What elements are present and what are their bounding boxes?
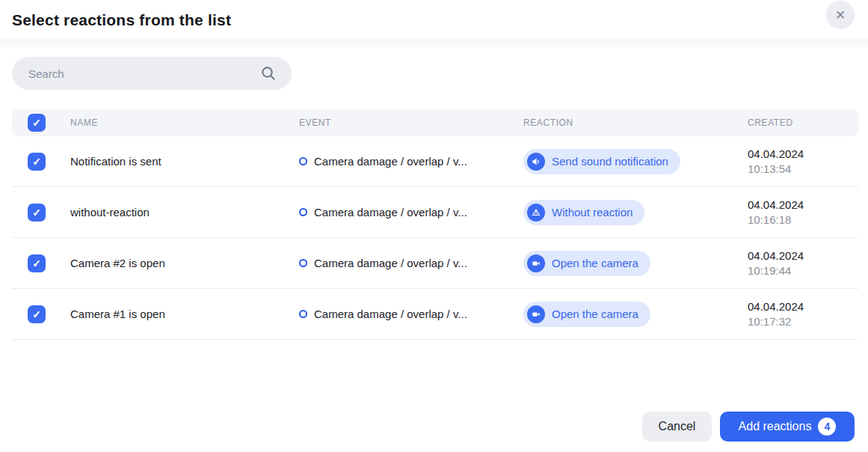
created-date: 04.04.2024 [748,300,858,313]
reaction-name: without-reaction [70,206,299,219]
table-header-row: ✓ NAME EVENT REACTION CREATED [12,109,858,136]
reactions-table: ✓ NAME EVENT REACTION CREATED ✓ Notifica… [12,109,858,340]
check-icon: ✓ [32,309,41,320]
column-header-event: EVENT [299,117,523,128]
created-date: 04.04.2024 [748,249,858,262]
sound-notification-icon [527,153,545,171]
reaction-chip-label: Open the camera [552,257,638,269]
table-row[interactable]: ✓ Notification is sent Camera damage / o… [12,136,858,187]
check-icon: ✓ [32,258,41,269]
cancel-button-label: Cancel [659,420,696,433]
event-type-icon [299,310,307,318]
reaction-chip[interactable]: Without reaction [523,200,644,225]
column-header-name: NAME [70,117,299,128]
video-camera-icon [527,305,545,323]
check-icon: ✓ [32,207,41,218]
event-type-icon [299,208,307,216]
reaction-name: Notification is sent [70,155,299,168]
row-checkbox[interactable]: ✓ [28,153,46,171]
search-bar [12,57,292,90]
modal-header: Select reactions from the list [0,0,868,40]
reaction-chip-label: Send sound notification [552,155,668,168]
reaction-chip[interactable]: Open the camera [523,251,650,276]
column-header-created: CREATED [748,117,858,128]
check-icon: ✓ [32,117,41,128]
event-label: Camera damage / overlap / v... [314,155,467,168]
reaction-chip[interactable]: Send sound notification [523,149,680,174]
row-checkbox[interactable]: ✓ [28,254,46,272]
cancel-button[interactable]: Cancel [642,412,712,442]
select-all-checkbox[interactable]: ✓ [28,114,46,132]
video-camera-icon [527,254,545,272]
event-type-icon [299,259,307,267]
modal-footer: Cancel Add reactions 4 [642,412,855,442]
close-button[interactable]: ✕ [826,1,855,29]
reaction-chip-label: Without reaction [552,206,632,219]
header-shadow [0,41,868,48]
created-time: 10:17:32 [748,315,858,328]
row-checkbox[interactable]: ✓ [28,305,46,323]
warning-icon [527,204,545,222]
created-time: 10:16:18 [748,213,858,226]
column-header-reaction: REACTION [523,117,748,128]
close-icon: ✕ [835,9,846,22]
created-date: 04.04.2024 [748,198,858,211]
search-icon[interactable] [260,65,277,82]
check-icon: ✓ [32,156,41,167]
selected-count-badge: 4 [818,418,836,436]
reaction-name: Camera #1 is open [70,308,299,320]
event-label: Camera damage / overlap / v... [314,206,467,219]
created-time: 10:13:54 [748,162,858,175]
page-title: Select reactions from the list [12,11,231,29]
add-reactions-button[interactable]: Add reactions 4 [720,412,855,442]
add-reactions-label: Add reactions [739,420,812,433]
reaction-name: Camera #2 is open [70,257,299,269]
event-label: Camera damage / overlap / v... [314,308,467,320]
reaction-chip-label: Open the camera [552,308,638,320]
created-time: 10:19:44 [748,264,858,277]
row-checkbox[interactable]: ✓ [28,204,46,222]
reaction-chip[interactable]: Open the camera [523,302,650,327]
event-type-icon [299,157,307,165]
created-date: 04.04.2024 [748,147,858,160]
table-row[interactable]: ✓ Camera #2 is open Camera damage / over… [12,238,858,289]
event-label: Camera damage / overlap / v... [314,257,467,269]
search-input[interactable] [12,57,260,90]
table-row[interactable]: ✓ without-reaction Camera damage / overl… [12,187,858,238]
table-row[interactable]: ✓ Camera #1 is open Camera damage / over… [12,289,858,340]
